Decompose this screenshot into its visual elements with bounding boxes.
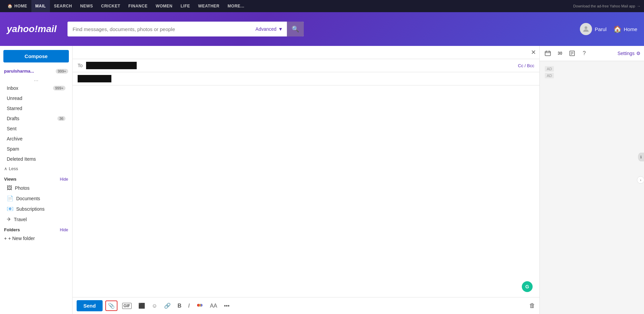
- nav-life[interactable]: LIFE: [177, 0, 194, 12]
- font-size-icon: AA: [210, 303, 217, 309]
- yahoo-logo: yahoo!mail: [7, 24, 61, 34]
- nav-news[interactable]: NEWS: [76, 0, 97, 12]
- to-label: To: [78, 63, 86, 68]
- account-name: parulsharma...: [4, 69, 54, 74]
- rp-calendar-icon[interactable]: [543, 49, 553, 58]
- compose-area: ✕ To Cc / Bcc G Send 📎 GIF ⬛ ☺: [73, 46, 539, 314]
- photos-icon: 🖼: [7, 185, 12, 191]
- font-size-button[interactable]: AA: [208, 302, 219, 310]
- rp-help-icon[interactable]: ?: [580, 49, 589, 58]
- chevron-up-icon: ∧: [4, 166, 7, 171]
- sidebar-item-deleted[interactable]: Deleted Items: [0, 154, 72, 164]
- header-bar: yahoo!mail Advanced ▼ 🔍 Parul 🏠 Home: [0, 12, 644, 46]
- grammarly-button[interactable]: G: [522, 281, 533, 292]
- attach-button[interactable]: 📎: [105, 300, 117, 311]
- chevron-right-icon: ›: [640, 178, 641, 182]
- ad-area: AD AD: [540, 61, 644, 83]
- more-dots[interactable]: ...: [0, 76, 72, 83]
- travel-icon: ✈: [7, 216, 11, 223]
- sidebar-item-spam[interactable]: Spam: [0, 144, 72, 154]
- panel-collapse-button[interactable]: ›: [637, 176, 644, 184]
- compose-subject-row: [73, 72, 539, 85]
- link-button[interactable]: 🔗: [162, 301, 173, 310]
- sidebar-item-drafts[interactable]: Drafts 36: [0, 113, 72, 124]
- username-label: Parul: [595, 26, 607, 32]
- new-folder-button[interactable]: + + New folder: [0, 234, 72, 243]
- compose-close-button[interactable]: ✕: [531, 49, 536, 56]
- insert-button[interactable]: ⬛: [136, 301, 147, 310]
- compose-toolbar: Send 📎 GIF ⬛ ☺ 🔗 B I: [73, 297, 539, 314]
- rp-notes-icon[interactable]: [567, 49, 577, 58]
- search-submit-button[interactable]: 🔍: [287, 22, 304, 36]
- chevron-down-icon: ▼: [278, 26, 283, 32]
- sidebar-item-photos[interactable]: 🖼 Photos: [0, 183, 72, 193]
- emoji-icon: ☺: [152, 303, 157, 309]
- info-icon: ℹ: [640, 155, 642, 159]
- gif-button[interactable]: GIF: [120, 302, 134, 310]
- ad-label-bottom: AD: [545, 73, 554, 78]
- paperclip-icon: 📎: [108, 303, 115, 309]
- account-badge: 999+: [56, 69, 68, 74]
- search-bar: Advanced ▼ 🔍: [68, 22, 304, 36]
- plus-icon: +: [4, 236, 7, 241]
- less-toggle[interactable]: ∧ Less: [0, 164, 72, 173]
- ad-label-top: AD: [545, 66, 554, 72]
- documents-icon: 📄: [7, 195, 14, 202]
- bold-icon: B: [178, 303, 182, 309]
- main-layout: Compose parulsharma... 999+ ... Inbox 99…: [0, 46, 644, 314]
- sidebar-item-archive[interactable]: Archive: [0, 134, 72, 144]
- sidebar-item-sent[interactable]: Sent: [0, 124, 72, 134]
- ad-download-link[interactable]: Download the ad-free Yahoo Mail app →: [573, 4, 641, 8]
- sidebar-item-starred[interactable]: Starred: [0, 103, 72, 113]
- svg-point-0: [585, 26, 587, 29]
- delete-compose-button[interactable]: 🗑: [529, 302, 535, 309]
- header-right: Parul 🏠 Home: [580, 23, 637, 35]
- more-formatting-button[interactable]: •••: [222, 302, 232, 310]
- emoji-button[interactable]: ☺: [150, 302, 159, 310]
- rp-count-icon[interactable]: 30: [555, 49, 565, 58]
- nav-women[interactable]: WOMEN: [152, 0, 177, 12]
- sidebar-item-inbox[interactable]: Inbox 999+: [0, 83, 72, 93]
- nav-cricket[interactable]: CRICKET: [97, 0, 125, 12]
- home-nav-icon: 🏠: [7, 4, 13, 8]
- subscriptions-icon: 📧: [7, 206, 14, 212]
- send-button[interactable]: Send: [77, 300, 103, 311]
- account-row: parulsharma... 999+: [0, 67, 72, 76]
- sidebar-item-subscriptions[interactable]: 📧 Subscriptions: [0, 204, 72, 214]
- color-button[interactable]: [194, 300, 205, 311]
- gif-icon: GIF: [122, 303, 132, 309]
- italic-button[interactable]: I: [186, 302, 192, 310]
- views-hide-button[interactable]: Hide: [60, 177, 68, 182]
- nav-more[interactable]: MORE...: [223, 0, 248, 12]
- compose-header: ✕: [73, 46, 539, 59]
- info-bubble[interactable]: ℹ: [638, 153, 644, 161]
- insert-icon: ⬛: [138, 303, 145, 309]
- header-home-link[interactable]: 🏠 Home: [613, 25, 637, 33]
- folders-section-header: Folders Hide: [0, 225, 72, 234]
- avatar: [580, 23, 592, 35]
- italic-icon: I: [188, 303, 190, 309]
- color-icon: [196, 302, 203, 310]
- nav-weather[interactable]: WEATHER: [194, 0, 223, 12]
- compose-to-row: To Cc / Bcc: [73, 59, 539, 72]
- bold-button[interactable]: B: [176, 302, 184, 310]
- more-icon: •••: [224, 303, 230, 309]
- cc-bcc-link[interactable]: Cc / Bcc: [518, 63, 534, 68]
- compose-button[interactable]: Compose: [3, 50, 69, 62]
- advanced-search-button[interactable]: Advanced ▼: [251, 22, 287, 36]
- views-section-header: Views Hide: [0, 173, 72, 183]
- settings-gear-icon: ⚙: [636, 51, 641, 56]
- search-input[interactable]: [68, 22, 251, 36]
- link-icon: 🔗: [164, 303, 171, 309]
- nav-finance[interactable]: FINANCE: [124, 0, 152, 12]
- compose-body[interactable]: G: [73, 85, 539, 297]
- nav-search[interactable]: SEARCH: [50, 0, 76, 12]
- user-profile[interactable]: Parul: [580, 23, 607, 35]
- nav-home[interactable]: 🏠 HOME: [3, 0, 31, 12]
- nav-mail[interactable]: MAIL: [31, 0, 50, 12]
- sidebar-item-unread[interactable]: Unread: [0, 93, 72, 103]
- folders-hide-button[interactable]: Hide: [60, 228, 68, 232]
- sidebar-item-documents[interactable]: 📄 Documents: [0, 193, 72, 204]
- settings-link[interactable]: Settings ⚙: [617, 51, 641, 56]
- sidebar-item-travel[interactable]: ✈ Travel: [0, 214, 72, 225]
